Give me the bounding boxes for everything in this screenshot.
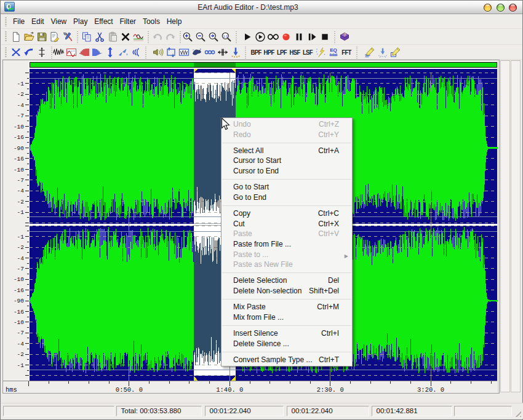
copy-button[interactable] xyxy=(80,30,93,44)
stop-icon xyxy=(319,31,331,43)
right-scrollbar-track-1[interactable] xyxy=(500,60,510,392)
wave-box-button[interactable] xyxy=(177,46,190,59)
play-circle-button[interactable] xyxy=(254,30,266,44)
overview-bar-range[interactable] xyxy=(30,63,497,67)
file-properties-button[interactable] xyxy=(48,30,61,44)
context-menu-item-go-to-start[interactable]: Go to Start xyxy=(222,182,352,192)
bend-arrow-button[interactable] xyxy=(22,46,35,59)
fft-button[interactable]: FFT xyxy=(340,46,353,59)
db-label: -10 xyxy=(14,319,24,326)
toolbar-effects-gripper[interactable] xyxy=(5,47,7,57)
sparkle-filter-button[interactable] xyxy=(314,46,327,59)
cut-button[interactable] xyxy=(93,30,106,44)
close-button[interactable] xyxy=(509,4,517,12)
options-tools-button[interactable] xyxy=(61,30,74,44)
crossfade-button[interactable] xyxy=(216,46,229,59)
mouse-cursor xyxy=(221,117,231,131)
hsf-button[interactable]: HSF xyxy=(289,46,301,59)
eq-comb-button[interactable]: EQ xyxy=(327,46,340,59)
context-menu-item-delete-selection[interactable]: Delete SelectionDel xyxy=(222,275,352,286)
maximize-button[interactable] xyxy=(497,4,505,12)
menu-play[interactable]: Play xyxy=(70,15,91,28)
context-menu-item-select-all[interactable]: Select AllCtrl+A xyxy=(222,146,352,156)
help-book-button[interactable]: ? xyxy=(338,30,351,44)
context-menu-item-delete-silence[interactable]: Delete Silence ... xyxy=(222,339,352,349)
context-menu-item-cut[interactable]: CutCtrl+X xyxy=(222,219,352,229)
context-menu-item-cursor-to-start[interactable]: Cursor to Start xyxy=(222,156,352,166)
menu-filter[interactable]: Filter xyxy=(116,15,139,28)
undo-button[interactable] xyxy=(151,30,164,44)
resize-grip[interactable] xyxy=(513,409,521,417)
bpf-button[interactable]: BPF xyxy=(250,46,263,59)
speaker-waves-button[interactable] xyxy=(151,46,164,59)
lsf-button[interactable]: LSF xyxy=(301,46,314,59)
echo-button[interactable] xyxy=(129,46,142,59)
fade-in-button[interactable] xyxy=(78,46,90,59)
menu-help[interactable]: Help xyxy=(163,15,185,28)
context-menu-item-paste-from-file[interactable]: Paste from File ... xyxy=(222,239,352,250)
record-icon xyxy=(280,31,292,43)
exchange-channels-button[interactable] xyxy=(9,46,22,59)
resample-icon xyxy=(230,46,242,58)
pause-button[interactable] xyxy=(292,30,305,44)
context-menu-item-cursor-to-end[interactable]: Cursor to End xyxy=(222,166,352,176)
fade-in-icon xyxy=(78,46,90,58)
undo-icon xyxy=(151,31,164,43)
zoom-in-icon xyxy=(182,31,194,43)
resample-button[interactable] xyxy=(229,46,242,59)
menu-effect[interactable]: Effect xyxy=(91,15,116,28)
delete-button[interactable] xyxy=(119,30,132,44)
context-menu-item-shortcut: Ctrl+T xyxy=(319,355,339,365)
step-forward-button[interactable] xyxy=(305,30,318,44)
title-bar[interactable]: EArt Audio Editor - D:\test.mp3 xyxy=(1,1,522,14)
record-button[interactable] xyxy=(279,30,292,44)
menu-edit[interactable]: Edit xyxy=(28,15,47,28)
edit-pencil-box-button[interactable] xyxy=(389,46,402,59)
context-menu-item-insert-silence[interactable]: Insert SilenceCtrl+I xyxy=(222,328,352,339)
context-menu-item-mix-paste[interactable]: Mix PasteCtrl+M xyxy=(222,302,352,312)
mix-button[interactable] xyxy=(132,30,145,44)
open-file-button[interactable] xyxy=(22,30,35,44)
zoom-in-button[interactable] xyxy=(181,30,194,44)
denoise-wave-button[interactable] xyxy=(52,46,65,59)
loop-region-button[interactable] xyxy=(164,46,177,59)
context-menu-item-convert-sample-type[interactable]: Convert Sample Type ...Ctrl+T xyxy=(222,355,352,365)
new-file-button[interactable] xyxy=(9,30,22,44)
noise-hand-button[interactable] xyxy=(190,46,203,59)
lpf-button[interactable]: LPF xyxy=(276,46,289,59)
play-button[interactable] xyxy=(241,30,254,44)
hpf-button[interactable]: HPF xyxy=(263,46,276,59)
wave-window-button[interactable] xyxy=(65,46,78,59)
menu-view[interactable]: View xyxy=(47,15,70,28)
context-menu-item-label: Copy xyxy=(233,209,250,218)
edit-pencil-lines-button[interactable] xyxy=(364,46,377,59)
zoom-all-button[interactable]: 1:1 xyxy=(220,30,233,44)
amplify-button[interactable] xyxy=(103,46,116,59)
overview-bar-selection[interactable] xyxy=(194,63,236,67)
menubar-gripper[interactable] xyxy=(5,17,7,26)
menu-tools[interactable]: Tools xyxy=(140,15,164,28)
loop-button[interactable] xyxy=(266,30,279,44)
context-menu-item-go-to-end[interactable]: Go to End xyxy=(222,192,352,203)
right-scrollbar-track-2[interactable] xyxy=(511,60,521,392)
zoom-selection-button[interactable] xyxy=(207,30,220,44)
save-file-button[interactable] xyxy=(35,30,48,44)
fade-out-button[interactable] xyxy=(90,46,103,59)
context-menu-item-delete-non-selection[interactable]: Delete Non-selectionShift+Del xyxy=(222,286,352,296)
toolbar-main-gripper[interactable] xyxy=(5,31,7,42)
context-menu-item-mix-from-file[interactable]: Mix from File ... xyxy=(222,312,352,323)
timeline-label: 2:30. 0 xyxy=(317,386,344,394)
voices-button[interactable] xyxy=(203,46,216,59)
shift-arrows-button[interactable] xyxy=(116,46,129,59)
insert-marker-button[interactable] xyxy=(377,46,389,59)
context-menu-item-copy[interactable]: CopyCtrl+C xyxy=(222,208,352,219)
toolbar-separator xyxy=(142,46,151,58)
minimize-button[interactable] xyxy=(484,4,492,12)
center-cursor-button[interactable] xyxy=(35,46,48,59)
menu-file[interactable]: File xyxy=(10,15,28,28)
redo-button[interactable] xyxy=(164,30,177,44)
stop-button[interactable] xyxy=(318,30,331,44)
paste-button[interactable] xyxy=(106,30,119,44)
db-label: -2 xyxy=(17,244,25,251)
zoom-out-button[interactable] xyxy=(194,30,207,44)
